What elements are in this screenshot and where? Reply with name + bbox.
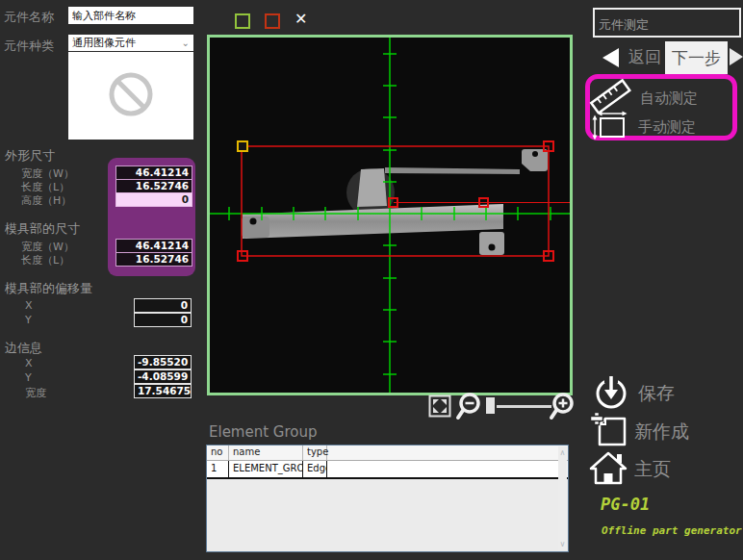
offset-y-field[interactable]: 0 <box>134 313 192 327</box>
column-no: no <box>207 445 229 460</box>
zoom-out-icon[interactable] <box>453 391 482 425</box>
outer-width-field[interactable]: 46.41214 <box>115 165 192 180</box>
image-viewer-canvas[interactable] <box>207 35 573 395</box>
home-icon <box>589 450 628 489</box>
green-roi-tool-button[interactable] <box>235 13 250 29</box>
edge-y-field[interactable]: -4.08599 <box>134 369 192 384</box>
outer-width-label: 宽度（W） <box>21 166 74 181</box>
zoom-slider-track[interactable] <box>497 405 551 408</box>
mold-size-title: 模具部的尺寸 <box>5 220 80 238</box>
viewer-overlay <box>210 38 570 393</box>
cell-no: 1 <box>207 461 229 477</box>
fit-view-button[interactable] <box>428 395 451 421</box>
column-filler <box>327 445 568 460</box>
measure-group-label: 元件测定 <box>599 16 649 34</box>
outer-length-field[interactable]: 16.52746 <box>115 179 192 193</box>
edge-width-label: 宽度 <box>25 386 46 400</box>
part-name-input[interactable] <box>68 7 193 24</box>
chevron-down-icon: ⌄ <box>182 38 190 48</box>
app-window: 元件名称 元件种类 通用图像元件 ⌄ 外形尺寸 宽度（W） 46.41214 长… <box>0 0 743 560</box>
mold-width-label: 宽度（W） <box>21 240 74 254</box>
edge-info-title: 边信息 <box>5 340 42 357</box>
table-scrollbar[interactable]: ∧ ∨ <box>558 446 567 550</box>
save-button[interactable]: 保存 <box>593 373 675 414</box>
manual-measure-button[interactable]: 手动测定 <box>588 110 696 144</box>
element-group-table: no name type 1 ELEMENT_GROUP Edge ∧ ∨ <box>206 445 569 552</box>
mold-width-field[interactable]: 46.41214 <box>115 239 192 253</box>
part-name-label: 元件名称 <box>4 9 54 26</box>
cell-name: ELEMENT_GROUP <box>229 461 303 477</box>
table-row[interactable]: 1 ELEMENT_GROUP Edge <box>207 461 568 479</box>
delete-roi-button[interactable]: ✕ <box>295 12 307 27</box>
save-label: 保存 <box>638 381 675 406</box>
next-button[interactable]: 下一步 <box>665 41 728 74</box>
next-arrow-icon <box>730 48 743 65</box>
offset-x-field[interactable]: 0 <box>134 298 192 313</box>
home-label: 主页 <box>634 457 671 482</box>
edge-x-field[interactable]: -9.85520 <box>134 355 192 369</box>
mold-length-field[interactable]: 16.52746 <box>115 252 192 267</box>
home-button[interactable]: 主页 <box>589 450 671 489</box>
scroll-up-icon[interactable]: ∧ <box>560 448 566 457</box>
app-brand: PG-01 <box>601 495 650 514</box>
cell-type: Edge <box>303 461 327 477</box>
new-label: 新作成 <box>634 420 689 445</box>
zoom-slider-thumb[interactable] <box>486 397 495 414</box>
scroll-down-icon[interactable]: ∨ <box>560 540 566 548</box>
edge-width-field[interactable]: 17.54675 <box>134 384 192 398</box>
manual-measure-label: 手动测定 <box>638 118 696 137</box>
column-type: type <box>303 445 327 460</box>
mold-length-label: 长度（L） <box>21 253 69 267</box>
part-type-label: 元件种类 <box>4 38 54 55</box>
outer-height-field[interactable]: 0 <box>115 192 192 207</box>
part-preview-panel <box>68 52 193 140</box>
roi-handle-topleft-selected[interactable] <box>238 141 247 151</box>
mold-offset-title: 模具部的偏移量 <box>5 280 92 297</box>
measure-group-box: 元件测定 <box>593 8 741 38</box>
edge-x-label: X <box>25 357 33 369</box>
part-type-value: 通用图像元件 <box>72 36 136 50</box>
table-header: no name type <box>207 445 568 461</box>
offset-x-label: X <box>25 299 33 312</box>
edge-y-label: Y <box>25 371 32 384</box>
next-label: 下一步 <box>672 47 721 69</box>
outer-size-title: 外形尺寸 <box>5 147 55 165</box>
save-icon <box>593 373 629 414</box>
back-button[interactable]: 返回 <box>602 46 661 68</box>
auto-measure-label: 自动测定 <box>640 89 698 108</box>
outer-length-label: 长度（L） <box>21 180 69 194</box>
new-document-icon <box>589 412 628 452</box>
column-name: name <box>229 445 303 460</box>
part-type-select[interactable]: 通用图像元件 ⌄ <box>68 35 193 51</box>
measure-rect-icon <box>588 110 628 144</box>
new-button[interactable]: 新作成 <box>589 412 689 452</box>
element-group-title: Element Group <box>209 423 318 441</box>
zoom-in-icon[interactable] <box>549 391 577 425</box>
outer-height-label: 高度（H） <box>21 193 71 208</box>
red-roi-tool-button[interactable] <box>265 13 280 29</box>
back-label: 返回 <box>628 46 661 68</box>
cell-filler <box>327 461 568 477</box>
back-arrow-icon <box>602 48 619 67</box>
offset-y-label: Y <box>25 314 32 326</box>
no-image-icon <box>106 69 156 123</box>
roi-rectangle[interactable] <box>242 146 570 256</box>
app-tagline: Offline part generator <box>602 524 742 537</box>
